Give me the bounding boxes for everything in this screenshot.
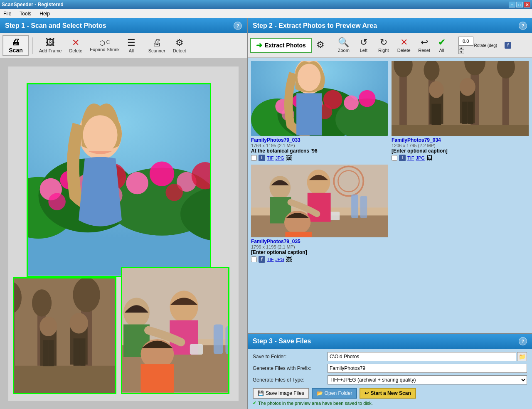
step1-help[interactable]: ?	[234, 22, 242, 30]
step3-content: Save to Folder: 📁 Generate Files with Pr…	[248, 349, 532, 409]
add-frame-button[interactable]: 🖼 Add Frame	[36, 37, 64, 55]
svg-rect-36	[14, 278, 115, 393]
rotate-left-button[interactable]: ↺ Left	[355, 36, 373, 54]
rotate-input[interactable]	[458, 37, 473, 46]
settings-button[interactable]: ⚙	[313, 39, 328, 52]
preview-check-1[interactable]	[251, 155, 257, 161]
scan-button[interactable]: 🖨 Scan	[2, 35, 29, 56]
step2-delete-label: Delete	[397, 48, 411, 53]
svg-point-9	[126, 172, 148, 194]
facebook-icon: f	[505, 42, 511, 49]
preview-item-1: FamilyPhotos79_033 1764 x 1195 (2.1 MP) …	[251, 61, 388, 161]
open-folder-icon: 📂	[317, 390, 323, 396]
svg-rect-62	[296, 93, 322, 136]
step2-title: Step 2 - Extract Photos to Preview Area	[253, 22, 377, 30]
tif-link-1[interactable]: TIF	[267, 155, 274, 160]
scanner-button[interactable]: 🖨 Scanner	[145, 37, 168, 55]
menu-file[interactable]: File	[2, 10, 13, 17]
reset-label: Reset	[418, 48, 430, 53]
preview-filename-1[interactable]: FamilyPhotos79_033	[251, 137, 388, 143]
main-container: Step 1 - Scan and Select Photos ? 🖨 Scan…	[0, 18, 532, 409]
download-icon-1[interactable]: 🖼	[286, 155, 293, 161]
preview-grid: FamilyPhotos79_033 1764 x 1195 (2.1 MP) …	[251, 61, 529, 263]
new-scan-label: Start a New Scan	[370, 390, 411, 396]
delete-button[interactable]: ✕ Delete	[66, 37, 85, 55]
preview-check-3[interactable]	[251, 256, 257, 262]
rotate-down[interactable]: ▼	[458, 50, 464, 54]
download-icon-2[interactable]: 🖼	[426, 155, 433, 161]
preview-caption-2[interactable]: [Enter optional caption]	[392, 148, 529, 154]
menu-help[interactable]: Help	[38, 10, 52, 17]
rotate-up[interactable]: ▲	[458, 46, 464, 50]
preview-img-3[interactable]	[251, 165, 388, 237]
add-frame-icon: 🖼	[46, 38, 55, 47]
rotate-right-button[interactable]: ↻ Right	[374, 36, 393, 54]
rotate-spinner: ▲ ▼	[458, 46, 473, 54]
prefix-input[interactable]	[328, 364, 527, 373]
svg-point-92	[269, 176, 291, 199]
expand-shrink-button[interactable]: ⬡⬡ Expand Shrink	[87, 37, 123, 54]
preview-img-1[interactable]	[251, 61, 388, 136]
tif-link-3[interactable]: TIF	[267, 257, 274, 262]
step2-help[interactable]: ?	[519, 22, 527, 30]
svg-point-94	[307, 170, 330, 195]
save-folder-input[interactable]	[328, 352, 516, 361]
tif-link-2[interactable]: TIF	[407, 155, 414, 160]
step2-delete-icon: ✕	[400, 38, 408, 47]
close-button[interactable]: ✕	[524, 2, 530, 7]
zoom-icon: 🔍	[338, 38, 349, 47]
step3-header: Step 3 - Save Files ?	[248, 334, 532, 349]
preview-check-2[interactable]	[392, 155, 397, 161]
preview-actions-2: f TIF JPG 🖼	[392, 155, 529, 161]
open-folder-button[interactable]: 📂 Open Folder	[312, 388, 357, 399]
filetype-select[interactable]: TIFF+JPEG (archival + sharing quality) J…	[328, 375, 527, 384]
preview-fb-1[interactable]: f	[259, 155, 265, 161]
new-scan-button[interactable]: ↩ Start a New Scan	[360, 388, 416, 399]
scan-frame-2[interactable]	[13, 277, 116, 394]
left-panel: Step 1 - Scan and Select Photos ? 🖨 Scan…	[0, 18, 248, 409]
step2-toolbar: ➜ Extract Photos ⚙ 🔍 Zoom ↺ Left ↻ Righ	[248, 33, 532, 58]
preview-caption-1[interactable]: At the botanical gardens '96	[251, 148, 388, 154]
all-button[interactable]: ☰ All	[124, 37, 138, 55]
gear-icon: ⚙	[316, 40, 325, 49]
reset-button[interactable]: ↩ Reset	[415, 36, 433, 54]
preview-img-2[interactable]	[392, 61, 529, 136]
step2-all-button[interactable]: ✔ All	[435, 36, 448, 54]
svg-point-14	[49, 193, 66, 211]
preview-filename-2[interactable]: FamilyPhotos79_034	[392, 137, 529, 143]
facebook-button[interactable]: f	[502, 40, 514, 50]
detect-button[interactable]: ⚙ Detect	[170, 37, 189, 55]
minimize-button[interactable]: −	[509, 2, 515, 7]
preview-fb-2[interactable]: f	[399, 155, 406, 161]
scan-frame-1[interactable]	[27, 83, 211, 277]
svg-point-44	[170, 291, 198, 323]
jpg-link-3[interactable]: JPG	[276, 257, 284, 262]
menu-tools[interactable]: Tools	[18, 10, 33, 17]
browse-folder-button[interactable]: 📁	[517, 352, 527, 361]
rotate-left-icon: ↺	[360, 38, 367, 47]
checkmark-icon: ✔	[253, 400, 256, 406]
step3-help[interactable]: ?	[519, 337, 527, 345]
preview-caption-3[interactable]: [Enter optional caption]	[251, 249, 388, 255]
jpg-link-2[interactable]: JPG	[416, 155, 425, 160]
preview-dims-3: 1796 x 1195 (2.1 MP)	[251, 244, 388, 249]
extract-photos-button[interactable]: ➜ Extract Photos	[250, 38, 312, 53]
scanner-label: Scanner	[148, 48, 165, 53]
expand-shrink-icon: ⬡⬡	[99, 39, 110, 47]
right-label: Right	[378, 48, 389, 53]
jpg-link-1[interactable]: JPG	[276, 155, 284, 160]
svg-rect-40	[214, 325, 223, 354]
preview-filename-3[interactable]: FamilyPhotos79_035	[251, 239, 388, 244]
scan-area	[0, 58, 247, 409]
step2-delete-button[interactable]: ✕ Delete	[394, 36, 414, 54]
zoom-button[interactable]: 🔍 Zoom	[335, 36, 353, 54]
preview-actions-3: f TIF JPG 🖼	[251, 256, 388, 263]
scan-frame-3[interactable]	[121, 267, 229, 394]
preview-fb-3[interactable]: f	[259, 256, 265, 263]
save-folder-row: Save to Folder: 📁	[253, 352, 527, 361]
download-icon-3[interactable]: 🖼	[286, 256, 293, 263]
maximize-button[interactable]: □	[516, 2, 523, 7]
step2-all-icon: ✔	[438, 38, 446, 47]
preview-area: FamilyPhotos79_033 1764 x 1195 (2.1 MP) …	[248, 58, 532, 333]
save-files-button[interactable]: 💾 Save Image Files	[253, 388, 309, 399]
